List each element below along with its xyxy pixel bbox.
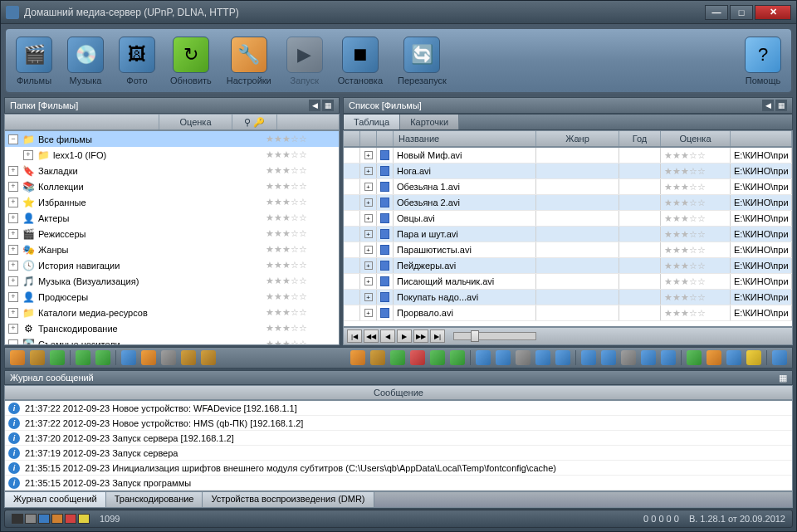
rewind-button[interactable]: ◀◀ xyxy=(364,329,379,343)
row-checkbox[interactable] xyxy=(344,148,360,163)
row-expand[interactable]: + xyxy=(360,164,377,178)
expand-icon[interactable]: + xyxy=(8,182,18,192)
tool-r-10[interactable] xyxy=(555,350,570,365)
grid-col-check[interactable] xyxy=(344,131,360,146)
tool-icon-6[interactable] xyxy=(141,350,156,365)
tool-r-7[interactable] xyxy=(496,350,511,365)
tool-r-18[interactable] xyxy=(772,350,787,365)
tree-row[interactable]: +⭐Избранные★★★☆☆ xyxy=(5,194,339,210)
grid-body[interactable]: +Новый Миф.avi★★★☆☆E:\КИНО\при+Нога.avi★… xyxy=(343,147,793,327)
table-row[interactable]: +Пейджеры.avi★★★☆☆E:\КИНО\при xyxy=(344,258,792,274)
tool-icon-2[interactable] xyxy=(30,350,45,365)
next-button[interactable]: ▶ xyxy=(397,329,412,343)
refresh-button[interactable]: ↻Обновить xyxy=(170,37,212,85)
row-expand[interactable]: + xyxy=(360,227,377,242)
stop-button[interactable]: ⏹Остановка xyxy=(338,37,383,85)
tool-r-1[interactable] xyxy=(350,350,365,365)
expand-icon[interactable]: − xyxy=(8,134,18,144)
row-expand[interactable]: + xyxy=(360,290,377,305)
table-row[interactable]: +Нога.avi★★★☆☆E:\КИНО\при xyxy=(344,164,792,179)
menu-right-icon[interactable]: ▦ xyxy=(775,100,787,111)
row-expand[interactable]: + xyxy=(360,179,377,194)
tab-cards[interactable]: Карточки xyxy=(400,115,459,129)
menu-icon[interactable]: ▦ xyxy=(322,100,334,111)
log-row[interactable]: i21:37:22 2012-09-23 Новое устройство: W… xyxy=(5,401,792,416)
restart-button[interactable]: 🔄Перезапуск xyxy=(398,37,447,85)
row-checkbox[interactable] xyxy=(344,242,360,257)
tree-body[interactable]: −📁Все фильмы★★★☆☆+📁lexx1-0 (IFO)★★★☆☆+🔖З… xyxy=(4,130,340,345)
log-tab-journal[interactable]: Журнал сообщений xyxy=(5,492,106,507)
row-checkbox[interactable] xyxy=(344,195,360,210)
tree-row[interactable]: +📚Коллекции★★★☆☆ xyxy=(5,178,339,194)
expand-icon[interactable]: + xyxy=(8,308,18,318)
row-expand[interactable]: + xyxy=(360,195,377,210)
table-row[interactable]: +Обезьяна 2.avi★★★☆☆E:\КИНО\при xyxy=(344,195,792,211)
tree-row[interactable]: +🕓История навигации★★★☆☆ xyxy=(5,257,339,273)
maximize-button[interactable]: □ xyxy=(730,5,753,20)
log-row[interactable]: i21:37:19 2012-09-23 Запуск сервера xyxy=(5,446,792,461)
expand-icon[interactable]: + xyxy=(8,213,18,223)
row-expand[interactable]: + xyxy=(360,305,377,320)
log-col-message[interactable]: Сообщение xyxy=(4,385,793,400)
settings-button[interactable]: 🔧Настройки xyxy=(227,37,271,85)
tool-r-6[interactable] xyxy=(476,350,491,365)
row-checkbox[interactable] xyxy=(344,290,360,305)
tree-row[interactable]: +📁lexx1-0 (IFO)★★★☆☆ xyxy=(5,147,339,163)
grid-col-rating[interactable]: Оценка xyxy=(661,131,731,146)
disk-icon[interactable] xyxy=(726,350,741,365)
tool-r-16[interactable] xyxy=(687,350,702,365)
expand-icon[interactable]: + xyxy=(8,276,18,286)
collapse-right-icon[interactable]: ◀ xyxy=(762,100,774,111)
grid-col-name[interactable]: Название xyxy=(394,131,536,146)
tool-r-14[interactable] xyxy=(641,350,656,365)
tool-r-2[interactable] xyxy=(370,350,385,365)
expand-icon[interactable]: + xyxy=(8,229,18,239)
title-bar[interactable]: Домашний медиа-сервер (UPnP, DLNA, HTTP)… xyxy=(1,1,796,24)
row-checkbox[interactable] xyxy=(344,164,360,178)
delete-icon[interactable] xyxy=(410,350,425,365)
forward-button[interactable]: ▶▶ xyxy=(413,329,428,343)
first-button[interactable]: |◀ xyxy=(347,329,362,343)
log-row[interactable]: i21:35:15 2012-09-23 Запуск программы xyxy=(5,476,792,491)
expand-icon[interactable]: + xyxy=(8,324,18,334)
seek-slider[interactable] xyxy=(453,332,536,340)
tool-icon-8[interactable] xyxy=(181,350,196,365)
tool-r-13[interactable] xyxy=(621,350,636,365)
row-checkbox[interactable] xyxy=(344,305,360,320)
tool-r-4[interactable] xyxy=(430,350,445,365)
tool-r-17[interactable] xyxy=(707,350,721,365)
help-button[interactable]: ?Помощь xyxy=(745,37,781,85)
row-expand[interactable]: + xyxy=(360,211,377,226)
grid-col-year[interactable]: Год xyxy=(619,131,661,146)
tree-row[interactable]: +🎭Жанры★★★☆☆ xyxy=(5,242,339,257)
log-body[interactable]: i21:37:22 2012-09-23 Новое устройство: W… xyxy=(4,400,793,491)
tool-r-15[interactable] xyxy=(661,350,676,365)
table-row[interactable]: +Прорвало.avi★★★☆☆E:\КИНО\при xyxy=(344,305,792,321)
grid-col-icon[interactable] xyxy=(377,131,394,146)
row-expand[interactable]: + xyxy=(360,242,377,257)
table-row[interactable]: +Писающий мальчик.avi★★★☆☆E:\КИНО\при xyxy=(344,274,792,290)
row-expand[interactable]: + xyxy=(360,148,377,163)
prev-button[interactable]: ◀ xyxy=(380,329,395,343)
expand-icon[interactable]: + xyxy=(23,150,33,160)
tree-row[interactable]: +🔖Закладки★★★☆☆ xyxy=(5,163,339,178)
tree-row[interactable]: +👤Актеры★★★☆☆ xyxy=(5,210,339,226)
tree-row[interactable]: 💽Съемные носители★★★☆☆ xyxy=(5,336,339,345)
tree-row[interactable]: −📁Все фильмы★★★☆☆ xyxy=(5,131,339,147)
table-row[interactable]: +Обезьяна 1.avi★★★☆☆E:\КИНО\при xyxy=(344,179,792,195)
tree-col-name[interactable] xyxy=(5,115,159,129)
close-button[interactable]: ✕ xyxy=(755,5,791,20)
tool-icon-4[interactable] xyxy=(76,350,90,365)
tree-col-rating[interactable]: Оценка xyxy=(159,115,232,129)
tab-table[interactable]: Таблица xyxy=(344,115,400,129)
tool-r-5[interactable] xyxy=(450,350,465,365)
log-row[interactable]: i21:37:20 2012-09-23 Запуск сервера [192… xyxy=(5,431,792,446)
expand-icon[interactable]: + xyxy=(8,198,18,207)
table-row[interactable]: +Новый Миф.avi★★★☆☆E:\КИНО\при xyxy=(344,148,792,164)
tool-r-9[interactable] xyxy=(535,350,550,365)
last-button[interactable]: ▶| xyxy=(430,329,445,343)
save-icon[interactable] xyxy=(121,350,136,365)
row-expand[interactable]: + xyxy=(360,274,377,289)
expand-icon[interactable]: + xyxy=(8,261,18,271)
log-row[interactable]: i21:35:15 2012-09-23 Инициализация шрифт… xyxy=(5,461,792,476)
